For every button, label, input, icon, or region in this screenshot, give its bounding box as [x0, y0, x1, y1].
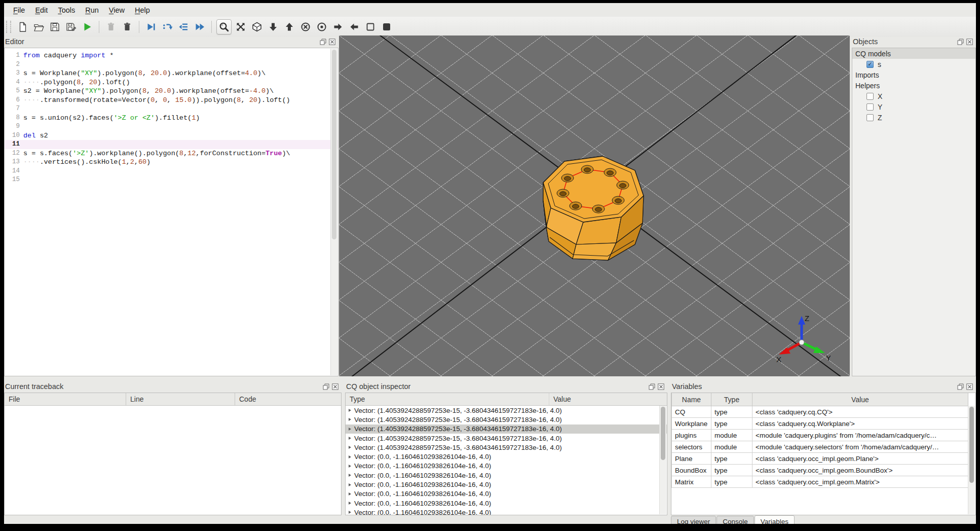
menu-item-file[interactable]: File [8, 4, 30, 16]
close-panel-icon[interactable] [329, 39, 335, 45]
inspector-row[interactable]: Vector: (1.4053924288597253e-15, -3.6804… [346, 443, 667, 452]
code-line[interactable]: 14 [5, 167, 338, 176]
expand-arrow-icon[interactable] [349, 418, 351, 421]
inspector-row[interactable]: Vector: (0.0, -1.1604610293826104e-16, 4… [346, 462, 667, 471]
menu-item-tools[interactable]: Tools [53, 4, 80, 16]
float-panel-icon[interactable] [323, 383, 329, 390]
inspector-scrollbar-thumb[interactable] [661, 407, 665, 460]
float-panel-icon[interactable] [957, 39, 964, 45]
code-line[interactable]: 12s = s.faces('>Z').workplane().polygon(… [5, 149, 338, 158]
code-line[interactable]: 8s = s.union(s2).faces('>Z or <Z').fille… [5, 114, 338, 123]
expand-arrow-icon[interactable] [349, 409, 351, 412]
objects-item-x[interactable]: X [852, 91, 975, 101]
float-panel-icon[interactable] [320, 39, 326, 45]
code-line[interactable]: 3s = Workplane("XY").polygon(8, 20.0).wo… [5, 69, 338, 78]
expand-arrow-icon[interactable] [349, 492, 351, 495]
variables-column-name[interactable]: Name [672, 393, 711, 406]
variable-row-plugins[interactable]: pluginsmodule<module 'cadquery.plugins' … [672, 430, 968, 441]
checked-checkbox[interactable]: ✓ [866, 61, 874, 68]
code-line[interactable]: 1from cadquery import * [5, 51, 338, 60]
code-line[interactable]: 5s2 = Workplane("XY").polygon(8, 20.0).w… [5, 87, 338, 96]
variable-row-plane[interactable]: Planetype<class 'cadquery.occ_impl.geom.… [672, 453, 968, 465]
variable-row-workplane[interactable]: Workplanetype<class 'cadquery.cq.Workpla… [672, 418, 968, 430]
float-panel-icon[interactable] [649, 383, 655, 390]
code-line[interactable]: 6····.transformed(rotate=Vector(0, 0, 15… [5, 96, 338, 105]
inspector-row[interactable]: Vector: (1.4053924288597253e-15, -3.6804… [346, 406, 667, 415]
view-right-icon[interactable] [331, 20, 345, 34]
expand-arrow-icon[interactable] [349, 437, 351, 440]
variable-row-boundbox[interactable]: BoundBoxtype<class 'cadquery.occ_impl.ge… [672, 465, 968, 476]
debug-step-return-icon[interactable] [176, 20, 191, 34]
objects-item-s[interactable]: ✓s [852, 59, 975, 69]
inspector-row[interactable]: Vector: (0.0, -1.1604610293826104e-16, 4… [346, 480, 667, 489]
inspector-row[interactable]: Vector: (0.0, -1.1604610293826104e-16, 4… [346, 452, 667, 461]
expand-arrow-icon[interactable] [349, 502, 351, 505]
code-line[interactable]: 2 [5, 60, 338, 69]
expand-arrow-icon[interactable] [349, 483, 351, 486]
objects-group-cq-models[interactable]: CQ models [852, 48, 975, 59]
expand-arrow-icon[interactable] [349, 455, 351, 458]
new-file-icon[interactable] [15, 20, 29, 34]
objects-group-helpers[interactable]: Helpers [852, 80, 975, 91]
menu-item-help[interactable]: Help [130, 4, 155, 16]
open-icon[interactable] [31, 20, 46, 34]
view-front-icon[interactable] [298, 20, 313, 34]
unchecked-checkbox[interactable] [866, 103, 874, 111]
unchecked-checkbox[interactable] [866, 93, 874, 100]
code-line[interactable]: 9 [5, 122, 338, 131]
objects-item-y[interactable]: Y [852, 101, 975, 112]
expand-arrow-icon[interactable] [349, 446, 351, 449]
variables-scrollbar[interactable] [968, 406, 975, 514]
menu-item-run[interactable]: Run [80, 4, 104, 16]
expand-arrow-icon[interactable] [349, 428, 351, 431]
objects-item-z[interactable]: Z [852, 112, 975, 123]
fit-view-icon[interactable] [234, 20, 248, 34]
inspector-column-value[interactable]: Value [549, 393, 667, 405]
variables-column-type[interactable]: Type [711, 393, 752, 406]
debug-continue-icon[interactable] [193, 20, 207, 34]
toolbar-grip-handle[interactable] [6, 21, 11, 33]
code-line[interactable]: 15 [5, 175, 338, 185]
inspector-row[interactable]: Vector: (1.4053924288597253e-15, -3.6804… [346, 434, 667, 443]
menu-item-view[interactable]: View [104, 4, 130, 16]
variable-row-cq[interactable]: CQtype<class 'cadquery.cq.CQ'> [672, 406, 968, 418]
tab-log-viewer[interactable]: Log viewer [671, 516, 716, 524]
debug-step-over-icon[interactable] [144, 20, 158, 34]
tab-variables[interactable]: Variables [755, 515, 795, 524]
zoom-icon[interactable] [216, 19, 232, 34]
expand-arrow-icon[interactable] [349, 474, 351, 477]
delete-disabled-icon[interactable] [104, 20, 118, 34]
variables-scrollbar-thumb[interactable] [969, 407, 974, 483]
save-as-icon[interactable] [64, 20, 78, 34]
objects-group-imports[interactable]: Imports [852, 69, 975, 80]
close-panel-icon[interactable] [966, 39, 973, 45]
menu-item-edit[interactable]: Edit [30, 4, 53, 16]
traceback-column-line[interactable]: Line [126, 393, 235, 405]
view-top-icon[interactable] [266, 20, 280, 34]
expand-arrow-icon[interactable] [349, 465, 351, 468]
save-icon[interactable] [48, 20, 62, 34]
inspector-row[interactable]: Vector: (1.4053924288597253e-15, -3.6804… [346, 424, 667, 434]
code-line[interactable]: 7 [5, 104, 338, 114]
close-panel-icon[interactable] [966, 383, 973, 390]
inspector-row[interactable]: Vector: (0.0, -1.1604610293826104e-16, 4… [346, 489, 667, 499]
tab-console[interactable]: Console [717, 516, 754, 524]
run-icon[interactable] [80, 20, 94, 34]
float-panel-icon[interactable] [957, 383, 964, 390]
traceback-column-code[interactable]: Code [235, 393, 341, 405]
view-left-icon[interactable] [347, 20, 361, 34]
debug-step-in-icon[interactable] [160, 20, 174, 34]
iso-view-icon[interactable] [250, 20, 264, 34]
inspector-column-type[interactable]: Type [346, 393, 549, 405]
inspector-row[interactable]: Vector: (0.0, -1.1604610293826104e-16, 4… [346, 499, 667, 508]
view-bottom-icon[interactable] [282, 20, 296, 34]
variable-row-selectors[interactable]: selectorsmodule<module 'cadquery.selecto… [672, 441, 968, 453]
editor-scrollbar[interactable] [330, 49, 337, 375]
variables-column-value[interactable]: Value [752, 393, 968, 406]
delete-icon[interactable] [120, 20, 134, 34]
view-back-icon[interactable] [315, 20, 329, 34]
editor-scrollbar-thumb[interactable] [332, 50, 336, 239]
code-line[interactable]: 10del s2 [5, 131, 338, 140]
close-panel-icon[interactable] [332, 383, 338, 390]
inspector-row[interactable]: Vector: (1.4053924288597253e-15, -3.6804… [346, 415, 667, 424]
